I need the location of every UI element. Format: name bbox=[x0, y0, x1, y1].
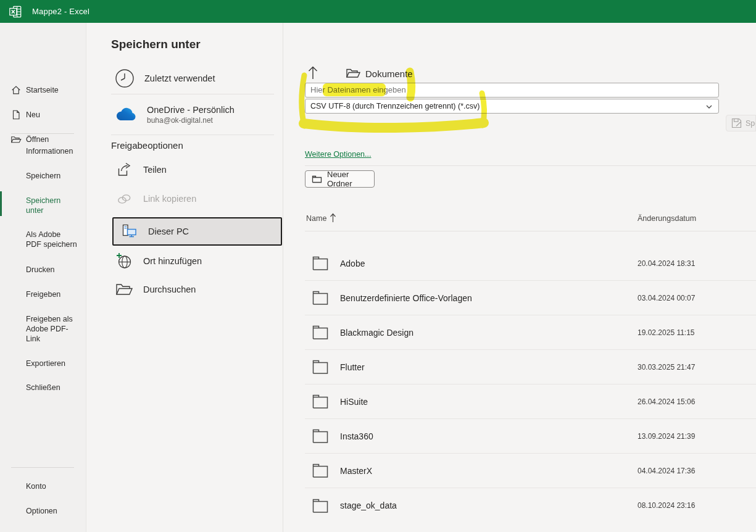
sort-ascending-icon[interactable] bbox=[330, 213, 336, 223]
window-title: Mappe2 - Excel bbox=[32, 7, 89, 16]
sidebar-item-neu[interactable]: Neu bbox=[0, 109, 86, 122]
share-icon bbox=[115, 160, 133, 179]
breadcrumb-folder-icon bbox=[346, 67, 361, 80]
sidebar-item-exportieren[interactable]: Exportieren bbox=[26, 359, 84, 368]
this-pc-icon bbox=[120, 223, 138, 240]
panel-divider bbox=[283, 23, 283, 532]
open-folder-icon bbox=[10, 134, 22, 145]
add-place-globe-icon bbox=[115, 252, 133, 270]
sidebar-item-speichern-unter[interactable]: Speichern unter bbox=[26, 196, 84, 215]
place-onedrive[interactable]: OneDrive - Persönlich buha@ok-digital.ne… bbox=[111, 98, 283, 132]
filename-placeholder-highlighted: Dateinamen bbox=[327, 85, 370, 94]
folder-row-hisuite[interactable]: HiSuite 26.04.2024 15:06 bbox=[305, 384, 756, 419]
sidebar-item-optionen[interactable]: Optionen bbox=[26, 506, 84, 516]
folder-icon bbox=[311, 428, 330, 444]
options-divider bbox=[305, 165, 756, 166]
filetype-dropdown[interactable]: CSV UTF-8 (durch Trennzeichen getrennt) … bbox=[305, 99, 719, 114]
places-divider-2 bbox=[111, 135, 274, 135]
sidebar-item-informationen[interactable]: Informationen bbox=[26, 146, 84, 156]
save-button[interactable]: Speichern bbox=[726, 115, 756, 131]
sidebar-item-speichern[interactable]: Speichern bbox=[26, 171, 84, 181]
save-floppy-icon bbox=[731, 118, 742, 128]
sidebar-item-freigeben[interactable]: Freigeben bbox=[26, 289, 84, 299]
sidebar-item-oeffnen[interactable]: Öffnen bbox=[0, 134, 86, 146]
place-teilen[interactable]: Teilen bbox=[111, 156, 283, 184]
folder-row-masterx[interactable]: MasterX 04.04.2024 17:36 bbox=[305, 454, 756, 488]
breadcrumb-location[interactable]: Dokumente bbox=[365, 69, 413, 79]
folder-icon bbox=[311, 393, 330, 410]
excel-backstage-save-as: Mappe2 - Excel Startseite Neu Öffnen bbox=[0, 0, 756, 532]
sidebar-divider-bottom bbox=[11, 467, 74, 468]
sidebar-item-konto[interactable]: Konto bbox=[26, 481, 84, 491]
folder-row-stage-ok-data[interactable]: stage_ok_data 08.10.2024 23:16 bbox=[305, 488, 756, 523]
up-arrow-icon bbox=[304, 64, 322, 81]
share-options-label: Freigabeoptionen bbox=[111, 140, 183, 151]
folder-row-flutter[interactable]: Flutter 30.03.2025 21:47 bbox=[305, 350, 756, 384]
folder-icon bbox=[311, 255, 330, 272]
place-recent[interactable]: Zuletzt verwendet bbox=[111, 64, 283, 93]
sidebar-item-drucken[interactable]: Drucken bbox=[26, 265, 84, 275]
save-button-label: Speichern bbox=[746, 119, 756, 128]
filename-input[interactable]: Hier Dateinamen eingeben bbox=[305, 83, 719, 98]
place-dieser-pc[interactable]: Dieser PC bbox=[112, 217, 282, 246]
excel-logo-icon bbox=[9, 5, 22, 19]
active-item-indicator bbox=[0, 191, 2, 216]
place-durchsuchen[interactable]: Durchsuchen bbox=[111, 275, 283, 304]
column-header-modified[interactable]: Änderungsdatum bbox=[638, 214, 696, 223]
places-divider bbox=[111, 94, 274, 94]
new-document-icon bbox=[10, 109, 22, 120]
filename-placeholder-post: eingeben bbox=[371, 85, 406, 94]
up-directory-button[interactable] bbox=[304, 64, 322, 81]
page-title: Speichern unter bbox=[111, 38, 201, 51]
sidebar-item-als-adobe-pdf-speichern[interactable]: Als Adobe PDF speichern bbox=[26, 230, 84, 249]
sidebar-item-schliessen[interactable]: Schließen bbox=[26, 383, 84, 393]
folder-icon bbox=[311, 359, 330, 375]
folder-row-blackmagic[interactable]: Blackmagic Design 19.02.2025 11:15 bbox=[305, 315, 756, 350]
folder-list: Adobe 20.04.2024 18:31 Benutzerdefiniert… bbox=[305, 246, 756, 523]
folder-row-adobe[interactable]: Adobe 20.04.2024 18:31 bbox=[305, 246, 756, 281]
place-ort-hinzufuegen[interactable]: Ort hinzufügen bbox=[111, 247, 283, 275]
titlebar: Mappe2 - Excel bbox=[0, 0, 756, 23]
folder-icon bbox=[311, 497, 330, 514]
backstage-sidebar: Startseite Neu Öffnen Informationen Spei… bbox=[0, 23, 86, 532]
new-folder-icon bbox=[312, 175, 322, 183]
list-header-divider bbox=[305, 231, 756, 231]
folder-icon bbox=[311, 324, 330, 341]
browse-folder-icon bbox=[115, 281, 133, 297]
folder-icon bbox=[311, 462, 330, 479]
filename-placeholder-pre: Hier bbox=[310, 85, 327, 94]
sidebar-item-startseite[interactable]: Startseite bbox=[0, 85, 86, 97]
column-header-name[interactable]: Name bbox=[306, 214, 326, 223]
onedrive-title: OneDrive - Persönlich bbox=[147, 105, 235, 115]
more-options-link[interactable]: Weitere Optionen... bbox=[305, 150, 371, 159]
onedrive-email: buha@ok-digital.net bbox=[147, 116, 235, 125]
home-icon bbox=[10, 85, 22, 96]
onedrive-cloud-icon bbox=[115, 107, 137, 122]
folder-icon bbox=[311, 289, 330, 306]
clock-icon bbox=[115, 69, 135, 88]
filetype-selected-value: CSV UTF-8 (durch Trennzeichen getrennt) … bbox=[310, 102, 480, 110]
new-folder-button[interactable]: Neuer Ordner bbox=[305, 170, 375, 188]
folder-row-insta360[interactable]: Insta360 13.09.2024 21:39 bbox=[305, 419, 756, 454]
chevron-down-icon bbox=[706, 105, 712, 109]
sidebar-item-freigeben-als-adobe-pdf-link[interactable]: Freigeben als Adobe PDF- Link bbox=[26, 314, 84, 344]
link-icon bbox=[115, 189, 133, 208]
sidebar-divider bbox=[11, 133, 74, 134]
place-link-kopieren: Link kopieren bbox=[111, 185, 283, 213]
folder-row-office-vorlagen[interactable]: Benutzerdefinierte Office-Vorlagen 03.04… bbox=[305, 281, 756, 315]
